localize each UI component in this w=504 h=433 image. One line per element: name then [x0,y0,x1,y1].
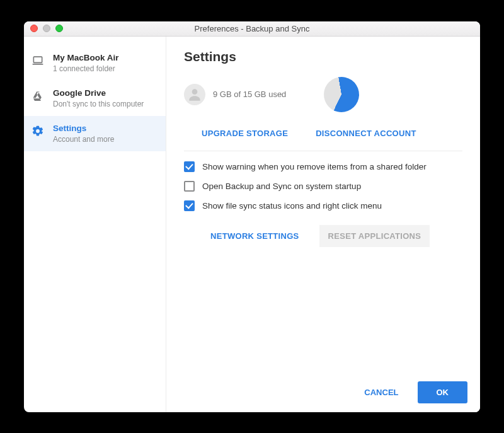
preferences-window: Preferences - Backup and Sync My MacBook… [24,21,480,412]
window-title: Preferences - Backup and Sync [24,24,480,33]
svg-rect-0 [33,57,42,62]
window-body: My MacBook Air 1 connected folder Google… [24,37,480,412]
sidebar-item-label: My MacBook Air [53,53,119,62]
sidebar-item-subtext: Don't sync to this computer [53,100,144,108]
checkbox-icon[interactable] [184,181,195,192]
settings-checklist: Show warning when you remove items from … [184,161,462,211]
check-label: Open Backup and Sync on system startup [202,182,361,191]
sidebar-item-label: Google Drive [53,88,144,98]
sidebar-item-settings[interactable]: Settings Account and more [24,116,166,151]
drive-icon [32,89,44,102]
upgrade-storage-button[interactable]: UPGRADE STORAGE [202,129,288,138]
gear-icon [32,125,44,137]
window-controls [30,25,63,32]
disconnect-account-button[interactable]: DISCONNECT ACCOUNT [316,129,416,138]
sidebar-item-label: Settings [53,124,114,133]
svg-point-1 [192,89,198,95]
check-open-on-startup[interactable]: Open Backup and Sync on system startup [184,181,462,192]
checkbox-icon[interactable] [184,161,195,172]
storage-row: 9 GB of 15 GB used [184,77,462,112]
check-label: Show warning when you remove items from … [202,162,427,171]
sidebar: My MacBook Air 1 connected folder Google… [24,37,166,412]
titlebar: Preferences - Backup and Sync [24,21,480,37]
network-settings-button[interactable]: NETWORK SETTINGS [202,225,308,247]
sidebar-item-drive[interactable]: Google Drive Don't sync to this computer [24,81,166,116]
check-warn-shared[interactable]: Show warning when you remove items from … [184,161,462,172]
dialog-footer: CANCEL OK [166,372,480,412]
sidebar-item-subtext: Account and more [53,135,114,144]
minimize-window-icon[interactable] [43,25,50,32]
divider [184,151,462,151]
main-panel: Settings 9 GB of 15 GB used UPGRADE STOR… [166,37,480,412]
check-sync-status-icons[interactable]: Show file sync status icons and right cl… [184,200,462,211]
cancel-button[interactable]: CANCEL [357,381,406,403]
sidebar-item-subtext: 1 connected folder [53,64,119,73]
storage-quota-text: 9 GB of 15 GB used [213,89,286,99]
close-window-icon[interactable] [30,25,38,32]
check-label: Show file sync status icons and right cl… [202,201,382,211]
user-avatar-icon [184,84,205,105]
reset-applications-button[interactable]: RESET APPLICATIONS [319,225,430,247]
storage-pie-chart-icon [321,74,362,115]
zoom-window-icon[interactable] [55,25,63,32]
ok-button[interactable]: OK [418,381,468,403]
checkbox-icon[interactable] [184,200,195,211]
laptop-icon [32,54,44,67]
sidebar-item-device[interactable]: My MacBook Air 1 connected folder [24,45,166,81]
page-title: Settings [184,49,462,64]
